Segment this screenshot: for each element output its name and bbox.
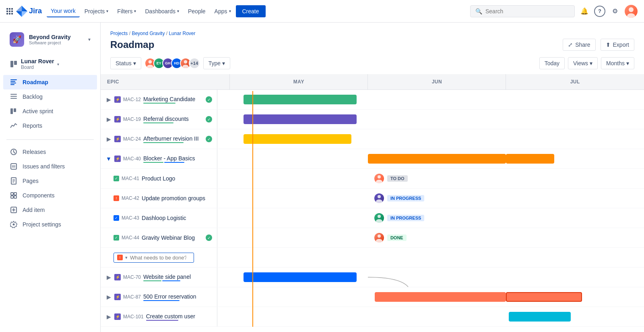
nav-your-work[interactable]: Your work — [47, 5, 80, 17]
gantt-bar-mac70[interactable] — [244, 272, 357, 282]
timeline-cell-mac70 — [230, 268, 368, 287]
new-item-cell: ! ▾ — [101, 248, 217, 267]
new-item-type-chevron[interactable]: ▾ — [125, 255, 128, 260]
pages-icon — [10, 177, 18, 185]
status-filter-button[interactable]: Status ▾ — [110, 57, 141, 69]
gantt-bar-mac87[interactable] — [375, 292, 506, 302]
type-chevron-icon: ▾ — [222, 60, 225, 66]
expand-mac101[interactable]: ▶ — [105, 313, 112, 320]
table-row: ▶ ⚡ MAC-24 Afterburner revision III ✓ — [101, 129, 644, 149]
sidebar-item-components[interactable]: Components — [3, 188, 97, 203]
notifications-icon[interactable]: 🔔 — [578, 5, 591, 18]
sidebar-item-active-sprint[interactable]: Active sprint — [3, 104, 97, 118]
nav-apps[interactable]: Apps ▾ — [211, 6, 235, 17]
sidebar-item-releases[interactable]: Releases — [3, 145, 97, 159]
sidebar-item-settings[interactable]: Project settings — [3, 217, 97, 232]
share-button[interactable]: ⤢ Share — [563, 39, 595, 51]
expand-mac19[interactable]: ▶ — [105, 116, 112, 122]
gantt-bar-mac19[interactable] — [244, 114, 357, 124]
sidebar-item-pages[interactable]: Pages — [3, 174, 97, 188]
sidebar-item-roadmap[interactable]: Roadmap — [3, 75, 97, 89]
gantt-bar-mac40-jul[interactable] — [506, 154, 554, 164]
avatar-overflow-count[interactable]: +14 — [189, 58, 200, 69]
settings-icon[interactable]: ⚙ — [609, 5, 621, 18]
main-layout: 🚀 Beyond Gravity Software project ▾ Luna… — [0, 23, 644, 332]
connector-mac70 — [368, 268, 506, 287]
epic-underline-mac70-green — [143, 280, 161, 281]
breadcrumb-beyond-gravity[interactable]: Beyond Gravity — [132, 31, 165, 36]
expand-mac70[interactable]: ▶ — [105, 274, 112, 280]
table-row: ✓ MAC-44 Gravity Webinar Blog ✓ — [101, 228, 644, 248]
status-mac44: DONE — [387, 234, 407, 241]
table-row: ✓ MAC-43 Dashloop Logistic — [101, 208, 644, 228]
epic-key-mac19: MAC-19 — [123, 116, 141, 122]
svg-rect-9 — [10, 96, 17, 97]
jun-cell-mac87 — [368, 287, 506, 307]
nav-dashboards[interactable]: Dashboards ▾ — [141, 6, 183, 17]
nav-filters[interactable]: Filters ▾ — [113, 6, 140, 17]
new-item-text-input[interactable] — [130, 255, 186, 261]
gantt-bar-mac24[interactable] — [244, 134, 351, 144]
breadcrumb-projects[interactable]: Projects — [110, 31, 128, 36]
dashboards-chevron-icon: ▾ — [177, 9, 179, 13]
views-button[interactable]: Views ▾ — [568, 57, 598, 69]
sidebar-item-reports[interactable]: Reports — [3, 118, 97, 133]
jul-cell-mac40 — [506, 149, 644, 169]
user-avatar[interactable] — [625, 5, 638, 18]
nav-projects[interactable]: Projects ▾ — [80, 6, 113, 17]
gantt-table: Epic MAY JUN JUL ▶ ⚡ — [101, 74, 644, 327]
epic-key-mac40: MAC-40 — [123, 156, 141, 162]
search-input[interactable] — [485, 8, 570, 15]
expand-mac12[interactable]: ▶ — [105, 96, 112, 103]
gantt-bar-mac40[interactable] — [368, 154, 506, 164]
sidebar-item-issues[interactable]: Issues and filters — [3, 159, 97, 174]
search-bar[interactable]: 🔍 — [470, 5, 575, 17]
svg-rect-23 — [14, 193, 17, 195]
help-icon[interactable]: ? — [594, 6, 605, 17]
expand-mac40[interactable]: ▼ — [105, 156, 112, 162]
status-chevron-icon: ▾ — [133, 60, 136, 66]
type-filter-button[interactable]: Type ▾ — [203, 57, 230, 69]
expand-mac87[interactable]: ▶ — [105, 294, 112, 300]
epic-key-mac70: MAC-70 — [123, 274, 141, 280]
new-item-input-container[interactable]: ! ▾ — [114, 253, 194, 263]
table-row: ▶ ⚡ MAC-101 Create custom user — [101, 307, 644, 327]
jul-cell-mac19 — [506, 110, 644, 129]
project-header[interactable]: 🚀 Beyond Gravity Software project ▾ — [3, 29, 97, 53]
board-icon — [10, 60, 18, 68]
today-button[interactable]: Today — [539, 57, 565, 69]
gantt-bar-mac12[interactable] — [244, 95, 357, 104]
project-settings-icon — [10, 220, 18, 228]
svg-rect-5 — [10, 81, 15, 82]
svg-point-37 — [376, 199, 382, 203]
breadcrumb-lunar-rover[interactable]: Lunar Rover — [169, 31, 195, 36]
epic-name-mac12: Marketing Candidate — [143, 96, 195, 102]
table-row: ▶ ⚡ MAC-12 Marketing Candidate ✓ — [101, 90, 644, 110]
svg-point-38 — [378, 215, 381, 218]
sidebar-item-add-item[interactable]: Add item — [3, 203, 97, 217]
app-logo[interactable]: Jira — [6, 6, 42, 17]
expand-mac24[interactable]: ▶ — [105, 136, 112, 142]
avatar-mac43 — [374, 213, 384, 223]
svg-point-41 — [376, 239, 382, 243]
backlog-icon — [10, 93, 18, 101]
page-header: Projects / Beyond Gravity / Lunar Rover … — [101, 23, 644, 57]
nav-people[interactable]: People — [184, 6, 210, 17]
reports-label: Reports — [23, 122, 42, 129]
gantt-bar-mac87-jul[interactable] — [506, 292, 582, 302]
create-button[interactable]: Create — [236, 5, 266, 17]
timeline-cell-mac12 — [230, 90, 368, 110]
nav-links: Your work Projects ▾ Filters ▾ Dashboard… — [47, 5, 469, 17]
export-button[interactable]: ⬆ Export — [601, 39, 634, 51]
svg-point-1 — [627, 13, 635, 18]
epic-name-mac87: 500 Error reservation — [143, 293, 196, 300]
board-section[interactable]: Lunar Rover Board ▾ — [3, 56, 97, 75]
jun-cell-mac12 — [368, 90, 506, 110]
sidebar-item-backlog[interactable]: Backlog — [3, 89, 97, 104]
epic-cell-mac43: ✓ MAC-43 Dashloop Logistic — [101, 208, 217, 228]
months-button[interactable]: Months ▾ — [601, 57, 634, 69]
epic-cell-mac44: ✓ MAC-44 Gravity Webinar Blog ✓ — [101, 228, 217, 247]
may-cell-mac41 — [230, 169, 368, 189]
epic-key-mac87: MAC-87 — [123, 294, 141, 300]
gantt-bar-mac101[interactable] — [509, 312, 571, 322]
